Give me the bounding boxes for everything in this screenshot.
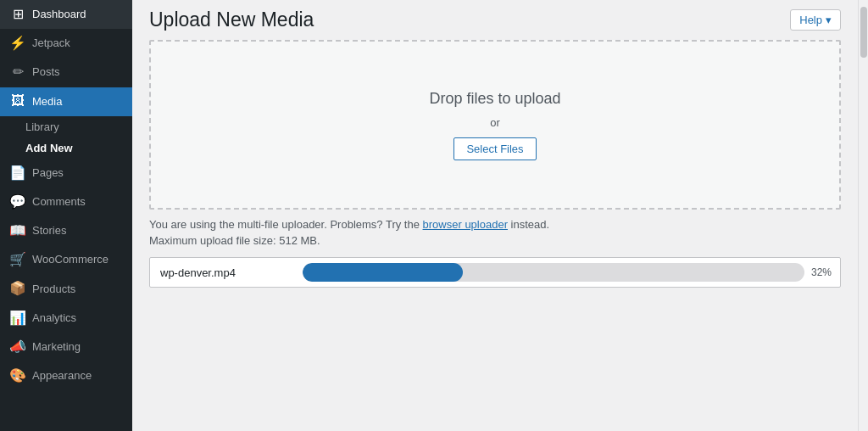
upload-filename: wp-denver.mp4 [150,266,303,279]
products-icon: 📦 [10,282,25,297]
jetpack-icon: ⚡ [10,36,25,51]
sidebar-sub-library[interactable]: Library [0,116,132,137]
uploader-info: You are using the multi-file uploader. P… [149,218,841,231]
or-text: or [490,116,500,129]
analytics-icon: 📊 [10,311,25,326]
drop-text: Drop files to upload [429,90,560,108]
posts-icon: ✏ [10,64,25,80]
sidebar-item-comments[interactable]: 💬 Comments [0,188,132,216]
appearance-icon: 🎨 [10,368,25,383]
sidebar-item-dashboard[interactable]: ⊞ Dashboard [0,0,132,29]
woocommerce-icon: 🛒 [10,252,25,267]
topbar: Upload New Media Help ▾ [132,0,858,40]
scrollbar-thumb[interactable] [860,7,867,58]
sidebar-item-media[interactable]: 🖼 Media [0,87,132,116]
stories-icon: 📖 [10,223,25,238]
sidebar-item-analytics[interactable]: 📊 Analytics [0,304,132,333]
sidebar-sub-add-new[interactable]: Add New [0,137,132,159]
comments-icon: 💬 [10,194,25,210]
sidebar-item-woocommerce[interactable]: 🛒 WooCommerce [0,245,132,274]
chevron-down-icon: ▾ [826,14,832,26]
sidebar-item-stories[interactable]: 📖 Stories [0,216,132,245]
progress-container: 32% [303,258,840,287]
dropzone[interactable]: Drop files to upload or Select Files [149,40,841,210]
progress-bar-wrap [303,263,804,282]
sidebar-item-jetpack[interactable]: ⚡ Jetpack [0,29,132,58]
max-size-text: Maximum upload file size: 512 MB. [149,234,841,247]
dashboard-icon: ⊞ [10,7,25,22]
marketing-icon: 📣 [10,339,25,355]
pages-icon: 📄 [10,165,25,181]
select-files-button[interactable]: Select Files [453,137,536,160]
browser-uploader-link[interactable]: browser uploader [423,218,508,231]
sidebar-item-posts[interactable]: ✏ Posts [0,58,132,87]
progress-percent: 32% [811,266,840,278]
sidebar-item-marketing[interactable]: 📣 Marketing [0,333,132,361]
sidebar: ⊞ Dashboard ⚡ Jetpack ✏ Posts 🖼 Media Li… [0,0,132,431]
sidebar-item-pages[interactable]: 📄 Pages [0,159,132,188]
progress-bar-fill [303,263,463,282]
upload-row: wp-denver.mp4 32% [149,257,841,288]
sidebar-item-appearance[interactable]: 🎨 Appearance [0,361,132,390]
sidebar-item-products[interactable]: 📦 Products [0,275,132,304]
help-button[interactable]: Help ▾ [790,9,841,31]
page-title: Upload New Media [149,8,314,31]
scrollbar[interactable] [858,0,868,431]
main-content: Upload New Media Help ▾ Drop files to up… [132,0,858,431]
content-area: Drop files to upload or Select Files You… [132,40,858,305]
media-icon: 🖼 [10,94,25,109]
